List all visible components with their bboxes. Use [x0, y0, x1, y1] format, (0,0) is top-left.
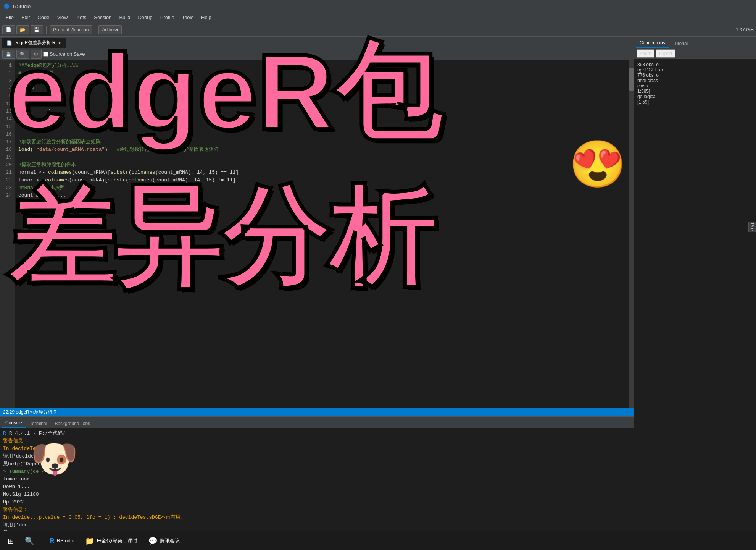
- menu-edit[interactable]: Edit: [18, 14, 34, 21]
- taskbar: ⊞ 🔍 R RStudio 📁 F\全代码\第二课时 💬 腾讯会议: [0, 531, 756, 550]
- code-line-24: count_mRNA=co...: [18, 192, 625, 199]
- go-to-file-label: Go to file/function: [53, 27, 89, 32]
- tab-terminal[interactable]: Terminal: [26, 419, 51, 428]
- code-line-15: [18, 123, 625, 131]
- taskbar-folder-label: F\全代码\第二课时: [97, 537, 137, 544]
- r-icon: R: [3, 430, 6, 436]
- menu-file[interactable]: File: [2, 14, 18, 21]
- menu-help[interactable]: Help: [197, 14, 215, 21]
- code-line-22: tumor <- colnames(count_mRNA)[substr(col…: [18, 176, 625, 184]
- tab-tutorial[interactable]: Tutorial: [669, 39, 692, 48]
- header-info: 1.37 GiB: [736, 27, 754, 32]
- console-line-4: 见help("Deprecate...: [3, 460, 631, 468]
- taskbar-rstudio-button[interactable]: R RStudio: [45, 533, 79, 548]
- tab-label: edgeR包差异分析.R: [15, 40, 55, 46]
- editor-search-button[interactable]: 🔍: [16, 50, 29, 59]
- save-button[interactable]: 💾: [31, 25, 43, 34]
- console-warning-9: 警告信息：: [3, 506, 631, 514]
- console-line-3: 请用'decideTests'...: [3, 453, 631, 460]
- code-line-23: #mRNA_exp样本按照: [18, 184, 625, 192]
- menu-session[interactable]: Session: [90, 14, 115, 21]
- code-content[interactable]: ###edgeR包差异分析#### # 设置环境变量 # 同中 ) #加载要进行…: [15, 60, 629, 408]
- rstudio-icon: R: [50, 537, 55, 544]
- editor-settings-button[interactable]: ⚙: [31, 50, 42, 59]
- tab-connections[interactable]: Connections: [636, 39, 669, 48]
- menu-bar: File Edit Code View Plots Session Build …: [0, 12, 756, 23]
- console-tabs: Console Terminal Background Jobs: [0, 417, 634, 428]
- right-panel: Connections Tutorial Zoom Export 898 obs…: [634, 37, 756, 550]
- menu-tools[interactable]: Tools: [178, 14, 197, 21]
- code-line-1: ###edgeR包差异分析####: [18, 62, 625, 70]
- code-line-3: [18, 77, 625, 85]
- right-item-2: rge DGEExa: [637, 67, 753, 73]
- taskbar-search-button[interactable]: 🔍: [20, 533, 39, 548]
- start-icon: ⊞: [8, 536, 14, 545]
- right-item-8: [1:59]: [637, 99, 753, 105]
- taskbar-tencent-button[interactable]: 💬 腾讯会议: [143, 533, 184, 548]
- console-line-6: tumor-nor...: [3, 476, 631, 483]
- editor-tab-main[interactable]: 📄 edgeR包差异分析.R ✕: [2, 38, 66, 48]
- console-warning-10: In decide...p.value = 0.05, lfc = 1) : d…: [3, 514, 631, 521]
- r-version-line: R R 4.4.1 · F:/全代码/: [3, 430, 631, 437]
- editor-status-bar: 22:29 edgeR包差异分析.R: [0, 408, 634, 416]
- open-file-button[interactable]: 📂: [16, 25, 29, 34]
- cursor-position: 22:29 edgeR包差异分析.R: [3, 409, 57, 416]
- line-numbers: 1 2 3 4 5 12 13 14 15 16 17 18 19 20 21 …: [0, 60, 15, 408]
- console-line-9: Up 2922: [3, 498, 631, 506]
- pre-label[interactable]: Pre: [748, 222, 756, 232]
- taskbar-rstudio-label: RStudio: [57, 538, 74, 544]
- bottom-panel: Console Terminal Background Jobs R R 4.4…: [0, 416, 634, 550]
- code-line-14: [18, 115, 625, 123]
- taskbar-folder-button[interactable]: 📁 F\全代码\第二课时: [81, 533, 142, 548]
- right-toolbar: Zoom Export: [634, 48, 756, 59]
- zoom-button[interactable]: Zoom: [637, 49, 654, 58]
- source-on-save-checkbox[interactable]: [43, 52, 48, 57]
- source-on-save-container: Source on Save: [43, 51, 85, 57]
- console-warning-2: In decideTestsDGE...: [3, 445, 631, 453]
- code-line-13: ): [18, 108, 625, 115]
- tab-console[interactable]: Console: [2, 419, 26, 428]
- tab-icon: 📄: [6, 40, 12, 46]
- code-line-4: # 同中: [18, 85, 625, 92]
- menu-debug[interactable]: Debug: [134, 14, 156, 21]
- source-on-save-label: Source on Save: [50, 51, 85, 57]
- editor-toolbar: 💾 🔍 ⚙ Source on Save: [0, 48, 634, 60]
- addins-chevron-icon: ▾: [116, 27, 118, 32]
- tab-close-icon[interactable]: ✕: [58, 40, 61, 46]
- taskbar-tencent-label: 腾讯会议: [160, 537, 180, 544]
- export-button[interactable]: Export: [656, 49, 675, 58]
- window-title: RStudio: [13, 3, 31, 9]
- vertical-scrollbar[interactable]: [629, 60, 634, 408]
- addins-button[interactable]: Addins ▾: [98, 25, 122, 34]
- menu-code[interactable]: Code: [34, 14, 53, 21]
- taskbar-start-button[interactable]: ⊞: [3, 533, 19, 548]
- console-line-8: NotSig 12180: [3, 491, 631, 498]
- code-line-19: [18, 154, 625, 161]
- code-editor[interactable]: 1 2 3 4 5 12 13 14 15 16 17 18 19 20 21 …: [0, 60, 634, 408]
- editor-save-button[interactable]: 💾: [2, 50, 15, 59]
- main-layout: 📄 edgeR包差异分析.R ✕ 💾 🔍 ⚙ Source on Save 1 …: [0, 37, 756, 550]
- scrollbar-thumb[interactable]: [629, 68, 634, 91]
- console-line-7: Down 1...: [3, 483, 631, 491]
- addins-label: Addins: [102, 27, 116, 32]
- right-item-6: 1:585]: [637, 89, 753, 94]
- menu-profile[interactable]: Profile: [156, 14, 178, 21]
- editor-area: 📄 edgeR包差异分析.R ✕ 💾 🔍 ⚙ Source on Save 1 …: [0, 37, 634, 550]
- new-file-button[interactable]: 📄: [2, 25, 15, 34]
- code-line-20: #提取正常和肿瘤组的样本: [18, 161, 625, 169]
- right-item-5: class: [637, 83, 753, 89]
- tab-background-jobs[interactable]: Background Jobs: [51, 419, 94, 428]
- console-line-11: 请用('dec...: [3, 521, 631, 529]
- menu-plots[interactable]: Plots: [71, 14, 90, 21]
- tencent-icon: 💬: [148, 536, 158, 545]
- code-line-18: load("rdata/count_mRNA.rdata") #通过对数转化后处…: [18, 146, 625, 154]
- go-to-file-button[interactable]: Go to file/function: [50, 25, 92, 34]
- menu-build[interactable]: Build: [116, 14, 134, 21]
- right-panel-tabs: Connections Tutorial: [634, 37, 756, 48]
- r-version-text: R 4.4.1 · F:/全代码/: [9, 430, 66, 436]
- menu-view[interactable]: View: [53, 14, 71, 21]
- code-line-16: [18, 131, 625, 138]
- right-item-3: 776 obs. o: [637, 73, 753, 78]
- app-icon: 🔵: [4, 3, 10, 9]
- console-warning-1: 警告信息:: [3, 437, 631, 445]
